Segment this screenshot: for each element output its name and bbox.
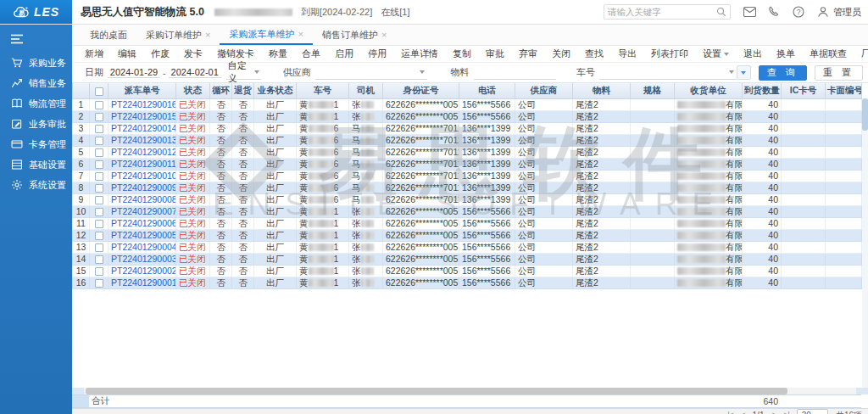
row-checkbox[interactable]: [95, 196, 103, 204]
toolbar-doc-link-query-button[interactable]: 单据联查: [810, 48, 847, 60]
toolbar-weigh-button[interactable]: 称量: [269, 48, 287, 60]
dispatch-order-link[interactable]: PT22401290016: [111, 99, 176, 109]
toolbar-settings-button[interactable]: 设置: [703, 48, 729, 60]
sidebar-item-card[interactable]: 卡务管理: [0, 134, 72, 154]
vehicle-select[interactable]: [599, 65, 737, 80]
table-row[interactable]: 9 PT22401290008已关闭否否出厂黄6马622626********7…: [73, 193, 862, 205]
column-header-phone[interactable]: 电话: [459, 83, 515, 98]
last-page-button[interactable]: >|: [783, 411, 788, 414]
dispatch-order-link[interactable]: PT22401290001: [111, 277, 176, 288]
expand-filters-button[interactable]: [737, 65, 751, 80]
dispatch-order-link[interactable]: PT22401290006: [111, 218, 176, 228]
toolbar-approve-button[interactable]: 审批: [486, 48, 504, 60]
row-checkbox[interactable]: [95, 148, 103, 157]
query-button[interactable]: 查 询: [759, 65, 807, 81]
dispatch-order-link[interactable]: PT22401290013: [111, 135, 176, 145]
search-input[interactable]: [608, 7, 716, 17]
toolbar-disable-button[interactable]: 停用: [368, 48, 387, 60]
sidebar-item-sales[interactable]: 销售业务: [0, 73, 72, 93]
dispatch-order-link[interactable]: PT22401290002: [111, 266, 176, 276]
column-header-qty[interactable]: 到货数量: [743, 83, 782, 98]
toolbar-void-button[interactable]: 作废: [151, 48, 170, 60]
close-icon[interactable]: ×: [298, 30, 303, 39]
next-page-button[interactable]: >: [771, 411, 776, 414]
horizontal-scrollbar[interactable]: [72, 388, 868, 394]
table-row[interactable]: 6 PT22401290011已关闭否否出厂黄6马622626********7…: [73, 158, 862, 170]
reset-button[interactable]: 重 置: [815, 65, 863, 81]
row-checkbox[interactable]: [95, 267, 103, 276]
table-row[interactable]: 2 PT22401290015已关闭否否出厂黄1张622626********0…: [73, 110, 862, 122]
table-row[interactable]: 12 PT22401290005已关闭否否出厂黄1张622626********…: [73, 229, 862, 241]
tab-purchase-dispatch[interactable]: 采购派车单维护 ×: [220, 25, 312, 45]
current-user[interactable]: 管理员: [833, 6, 861, 19]
toolbar-copy-button[interactable]: 复制: [453, 48, 471, 60]
dispatch-order-link[interactable]: PT22401290014: [111, 123, 176, 133]
toolbar-issue-card-button[interactable]: 发卡: [184, 48, 203, 60]
search-icon[interactable]: [716, 7, 726, 17]
page-size-select[interactable]: 30: [797, 409, 828, 414]
global-search[interactable]: [604, 4, 731, 20]
row-checkbox[interactable]: [95, 208, 103, 216]
vertical-scrollbar-thumb[interactable]: [862, 98, 868, 131]
sidebar-item-approval[interactable]: 业务审批: [0, 114, 72, 134]
column-header-ret[interactable]: 退货: [232, 83, 254, 98]
tab-my-desktop[interactable]: 我的桌面: [81, 25, 136, 45]
toolbar-unapprove-button[interactable]: 弃审: [519, 48, 537, 60]
column-header-supplier[interactable]: 供应商: [515, 83, 573, 98]
table-row[interactable]: 14 PT22401290003已关闭否否出厂黄1张622626********…: [73, 253, 862, 265]
table-row[interactable]: 10 PT22401290007已关闭否否出厂黄1张622626********…: [73, 205, 862, 217]
column-header-vehicle[interactable]: 车号: [297, 83, 349, 98]
dispatch-order-link[interactable]: PT22401290003: [111, 254, 176, 264]
select-all-checkbox[interactable]: [95, 87, 103, 96]
row-checkbox[interactable]: [95, 279, 103, 288]
row-checkbox[interactable]: [95, 172, 103, 181]
row-checkbox[interactable]: [95, 125, 103, 133]
close-icon[interactable]: ×: [205, 31, 210, 40]
toolbar-list-print-button[interactable]: 列表打印: [651, 48, 688, 60]
column-header-ic[interactable]: IC卡号: [782, 83, 826, 98]
column-header-material[interactable]: 物料: [573, 83, 631, 98]
dispatch-order-link[interactable]: PT22401290005: [111, 230, 176, 240]
row-checkbox[interactable]: [95, 243, 103, 252]
scrollbar-left-end[interactable]: [72, 388, 84, 394]
toolbar-close-button[interactable]: 关闭: [552, 48, 570, 60]
toolbar-waybill-detail-button[interactable]: 运单详情: [401, 48, 438, 60]
row-checkbox[interactable]: [95, 113, 103, 121]
toolbar-enable-button[interactable]: 启用: [335, 48, 353, 60]
column-header-status[interactable]: 状态: [176, 83, 210, 98]
dispatch-order-link[interactable]: PT22401290007: [111, 206, 176, 216]
table-row[interactable]: 5 PT22401290012已关闭否否出厂黄6马622626********7…: [73, 146, 862, 158]
row-checkbox[interactable]: [95, 255, 103, 264]
row-checkbox[interactable]: [95, 101, 103, 109]
column-header-order[interactable]: 派车单号: [108, 83, 176, 98]
dispatch-order-link[interactable]: PT22401290011: [111, 159, 176, 169]
material-input[interactable]: [474, 65, 556, 80]
column-header-cycle[interactable]: 循环: [210, 83, 232, 98]
table-row[interactable]: 13 PT22401290004已关闭否否出厂黄1张622626********…: [73, 241, 862, 253]
table-row[interactable]: 16 PT22401290001已关闭否否出厂黄1张622626********…: [73, 277, 862, 288]
date-to-input[interactable]: [169, 67, 221, 78]
table-row[interactable]: 4 PT22401290013已关闭否否出厂黄6马622626********7…: [73, 134, 862, 146]
phone-icon[interactable]: [767, 5, 781, 19]
table-row[interactable]: 15 PT22401290002已关闭否否出厂黄1张622626********…: [73, 265, 862, 277]
column-header-idnum[interactable]: 身份证号: [383, 83, 459, 98]
vertical-scrollbar[interactable]: [862, 98, 868, 388]
toolbar-exit-button[interactable]: 退出: [743, 48, 762, 60]
user-icon[interactable]: [816, 5, 830, 19]
menu-toggle-icon[interactable]: [0, 29, 72, 53]
scrollbar-right-end[interactable]: [856, 388, 868, 394]
column-header-biz[interactable]: 业务状态: [254, 83, 297, 98]
toolbar-swap-order-button[interactable]: 换单: [776, 48, 795, 60]
toolbar-add-button[interactable]: 新增: [85, 48, 103, 60]
dispatch-order-link[interactable]: PT22401290012: [111, 147, 176, 157]
dispatch-order-link[interactable]: PT22401290004: [111, 242, 176, 252]
supplier-select[interactable]: [315, 65, 427, 80]
column-header-driver[interactable]: 司机: [349, 83, 383, 98]
dispatch-order-link[interactable]: PT22401290015: [111, 111, 176, 121]
sidebar-item-basic[interactable]: 基础设置: [0, 154, 72, 175]
row-checkbox[interactable]: [95, 220, 103, 228]
toolbar-merge-button[interactable]: 合单: [302, 48, 320, 60]
sidebar-item-logistics[interactable]: 物流管理: [0, 93, 72, 114]
first-page-button[interactable]: |<: [727, 411, 732, 414]
row-checkbox[interactable]: [95, 184, 103, 193]
